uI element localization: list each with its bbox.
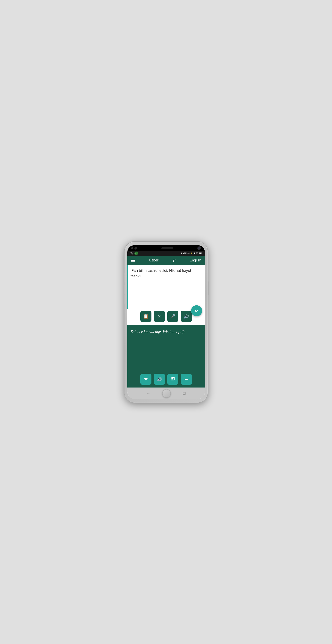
speaker-output-icon: 🔊 xyxy=(157,376,162,382)
output-toolbar: ❤ 🔊 🗐 ➦ xyxy=(131,372,201,385)
favorite-button[interactable]: ❤ xyxy=(140,374,152,385)
input-toolbar: 📋 ✕ 🎤 🔊 G• xyxy=(127,308,205,325)
camera-area xyxy=(131,247,137,250)
target-language-label[interactable]: English xyxy=(189,258,201,262)
hamburger-line-3 xyxy=(131,262,135,262)
menu-button[interactable] xyxy=(131,259,135,262)
led-dot xyxy=(131,247,133,249)
phone-nav-bar: ← xyxy=(127,388,205,399)
heart-icon: ❤ xyxy=(144,376,148,382)
phone-notch xyxy=(127,245,205,251)
paste-icon: 📋 xyxy=(143,314,149,319)
share-icon: ➦ xyxy=(184,376,188,382)
input-area[interactable]: Fan bilim tashkil etildi. Hikmat hayot t… xyxy=(127,265,205,308)
translate-button[interactable]: G• xyxy=(191,305,202,316)
translate-icon: G• xyxy=(195,309,198,312)
notification-icon: ◎ xyxy=(135,252,138,255)
copy-icon: 🗐 xyxy=(171,376,175,382)
battery-icon: ⚡ xyxy=(190,252,193,254)
clear-button[interactable]: ✕ xyxy=(154,311,165,322)
speaker-icon: 🔊 xyxy=(183,314,189,319)
speak-input-button[interactable]: 🔊 xyxy=(181,311,192,322)
speak-output-button[interactable]: 🔊 xyxy=(154,374,165,385)
front-camera xyxy=(197,246,201,250)
output-text: Science knowledge. Wisdom of life xyxy=(131,329,201,334)
input-text[interactable]: Fan bilim tashkil etildi. Hikmat hayot t… xyxy=(131,268,202,279)
status-bar: 🔌 ◎ ⌖ ◢ 93% ⚡ 1:56 PM xyxy=(127,251,205,256)
status-left: 🔌 ◎ xyxy=(130,252,138,255)
back-button[interactable]: ← xyxy=(147,391,150,396)
hamburger-line-1 xyxy=(131,259,135,260)
signal-icon: ◢ xyxy=(183,252,184,254)
copy-output-button[interactable]: 🗐 xyxy=(167,374,178,385)
status-right: ⌖ ◢ 93% ⚡ 1:56 PM xyxy=(181,252,202,254)
speaker-grille xyxy=(161,247,173,249)
camera-dot xyxy=(135,247,137,250)
paste-button[interactable]: 📋 xyxy=(140,311,152,322)
usb-icon: 🔌 xyxy=(130,252,133,255)
share-button[interactable]: ➦ xyxy=(181,374,192,385)
recents-button[interactable] xyxy=(183,392,185,395)
source-language-label[interactable]: Uzbek xyxy=(149,258,159,262)
time-display: 1:56 PM xyxy=(194,252,202,254)
swap-languages-button[interactable]: ⇄ xyxy=(173,258,176,263)
phone-screen: 🔌 ◎ ⌖ ◢ 93% ⚡ 1:56 PM Uzbek ⇄ English xyxy=(127,245,205,399)
app-header: Uzbek ⇄ English xyxy=(127,256,205,265)
battery-percent: 93% xyxy=(185,252,189,254)
output-area: Science knowledge. Wisdom of life ❤ 🔊 🗐 … xyxy=(127,325,205,388)
wifi-icon: ⌖ xyxy=(181,252,182,254)
phone-frame: 🔌 ◎ ⌖ ◢ 93% ⚡ 1:56 PM Uzbek ⇄ English xyxy=(125,242,208,402)
hamburger-line-2 xyxy=(131,260,135,261)
microphone-button[interactable]: 🎤 xyxy=(167,311,178,322)
text-cursor xyxy=(131,268,131,273)
microphone-icon: 🎤 xyxy=(170,314,175,319)
clear-icon: ✕ xyxy=(158,314,161,319)
home-button[interactable] xyxy=(162,389,171,398)
